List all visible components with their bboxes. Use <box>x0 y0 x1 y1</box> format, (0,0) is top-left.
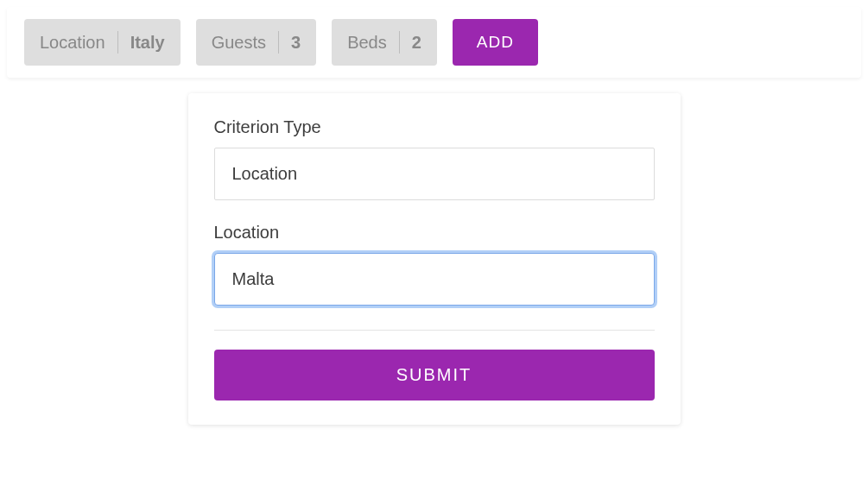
location-input[interactable] <box>214 253 655 306</box>
form-divider <box>214 330 655 331</box>
criterion-type-value: Location <box>232 164 298 183</box>
chip-value: 2 <box>400 33 421 53</box>
add-button[interactable]: ADD <box>453 19 538 66</box>
chip-value: Italy <box>118 33 165 53</box>
chip-label: Beds <box>347 33 399 53</box>
chip-label: Guests <box>212 33 278 53</box>
filter-chip-beds[interactable]: Beds 2 <box>332 19 437 66</box>
filter-topbar: Location Italy Guests 3 Beds 2 ADD <box>7 7 861 78</box>
filter-chip-location[interactable]: Location Italy <box>24 19 181 66</box>
filter-chip-guests[interactable]: Guests 3 <box>196 19 316 66</box>
submit-button[interactable]: SUBMIT <box>214 350 655 401</box>
chip-label: Location <box>40 33 117 53</box>
location-field-label: Location <box>214 223 655 243</box>
criterion-type-label: Criterion Type <box>214 117 655 137</box>
criterion-type-select[interactable]: Location <box>214 148 655 200</box>
criterion-form-panel: Criterion Type Location Location SUBMIT <box>188 93 681 425</box>
chip-value: 3 <box>279 33 301 53</box>
